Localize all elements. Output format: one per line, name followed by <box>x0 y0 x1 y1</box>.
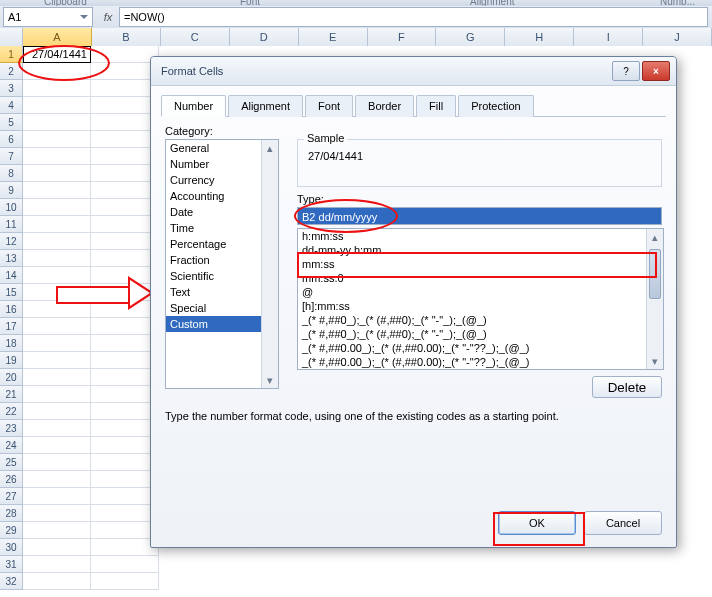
scrollbar[interactable]: ▴ ▾ <box>646 229 663 369</box>
tab-font[interactable]: Font <box>305 95 353 117</box>
chevron-down-icon[interactable] <box>80 15 88 19</box>
column-header-j[interactable]: J <box>643 28 712 46</box>
row-header[interactable]: 30 <box>0 539 23 556</box>
type-item[interactable]: @ <box>298 285 663 299</box>
close-button[interactable]: × <box>642 61 670 81</box>
row-header[interactable]: 23 <box>0 420 23 437</box>
row-header[interactable]: 5 <box>0 114 23 131</box>
select-all-corner[interactable] <box>0 28 23 46</box>
type-item[interactable]: _(* #,##0.00_);_(* (#,##0.00);_(* "-"??_… <box>298 355 663 369</box>
delete-button[interactable]: Delete <box>592 376 662 398</box>
scrollbar[interactable]: ▴ ▾ <box>261 140 278 388</box>
category-label: Category: <box>165 125 662 137</box>
tab-number[interactable]: Number <box>161 95 226 117</box>
scrollbar-thumb[interactable] <box>649 249 661 299</box>
row-header[interactable]: 16 <box>0 301 23 318</box>
row-header[interactable]: 3 <box>0 80 23 97</box>
cancel-button[interactable]: Cancel <box>584 511 662 535</box>
row-header[interactable]: 10 <box>0 199 23 216</box>
chevron-up-icon[interactable]: ▴ <box>647 229 663 245</box>
row-header[interactable]: 32 <box>0 573 23 590</box>
row-header[interactable]: 26 <box>0 471 23 488</box>
row-header[interactable]: 9 <box>0 182 23 199</box>
row-header[interactable]: 31 <box>0 556 23 573</box>
chevron-up-icon[interactable]: ▴ <box>262 140 278 156</box>
type-item[interactable]: dd-mm-yy h:mm <box>298 243 663 257</box>
type-item-selected[interactable]: B2 dd/mm/yyyy <box>298 369 663 370</box>
dialog-tabs: Number Alignment Font Border Fill Protec… <box>161 94 666 117</box>
row-header[interactable]: 15 <box>0 284 23 301</box>
tab-protection[interactable]: Protection <box>458 95 534 117</box>
row-header[interactable]: 6 <box>0 131 23 148</box>
tab-alignment[interactable]: Alignment <box>228 95 303 117</box>
row-header[interactable]: 7 <box>0 148 23 165</box>
row-header[interactable]: 13 <box>0 250 23 267</box>
formula-bar-row: A1 fx =NOW() <box>0 6 712 29</box>
help-button[interactable]: ? <box>612 61 640 81</box>
row-header[interactable]: 1 <box>0 46 23 63</box>
type-input[interactable]: B2 dd/mm/yyyy <box>297 207 662 225</box>
type-item[interactable]: mm:ss <box>298 257 663 271</box>
row-header[interactable]: 11 <box>0 216 23 233</box>
tab-fill[interactable]: Fill <box>416 95 456 117</box>
type-item[interactable]: _(* #,##0_);_(* (#,##0);_(* "-"_);_(@_) <box>298 313 663 327</box>
name-box-value: A1 <box>8 11 21 23</box>
column-header-c[interactable]: C <box>161 28 230 46</box>
row-header[interactable]: 21 <box>0 386 23 403</box>
row-header[interactable]: 28 <box>0 505 23 522</box>
type-item[interactable]: [h]:mm:ss <box>298 299 663 313</box>
type-label: Type: <box>297 193 662 205</box>
formula-input[interactable]: =NOW() <box>119 7 708 27</box>
column-header-e[interactable]: E <box>299 28 368 46</box>
dialog-title: Format Cells <box>161 65 610 77</box>
type-item[interactable]: h:mm:ss <box>298 229 663 243</box>
column-header-b[interactable]: B <box>92 28 161 46</box>
fx-icon[interactable]: fx <box>99 8 117 26</box>
dialog-titlebar[interactable]: Format Cells ? × <box>151 57 676 86</box>
hint-text: Type the number format code, using one o… <box>165 398 662 422</box>
type-item[interactable]: mm:ss.0 <box>298 271 663 285</box>
row-header[interactable]: 12 <box>0 233 23 250</box>
row-header[interactable]: 2 <box>0 63 23 80</box>
row-header[interactable]: 20 <box>0 369 23 386</box>
column-header-h[interactable]: H <box>505 28 574 46</box>
chevron-down-icon[interactable]: ▾ <box>262 372 278 388</box>
column-header-a[interactable]: A <box>23 28 92 46</box>
tab-border[interactable]: Border <box>355 95 414 117</box>
column-header-i[interactable]: I <box>574 28 643 46</box>
row-header[interactable]: 18 <box>0 335 23 352</box>
column-headers: A B C D E F G H I J <box>0 28 712 47</box>
sample-label: Sample <box>304 132 347 144</box>
row-header[interactable]: 24 <box>0 437 23 454</box>
row-header[interactable]: 27 <box>0 488 23 505</box>
column-header-f[interactable]: F <box>368 28 437 46</box>
ok-button[interactable]: OK <box>498 511 576 535</box>
category-list[interactable]: General Number Currency Accounting Date … <box>165 139 279 389</box>
format-cells-dialog: Format Cells ? × Number Alignment Font B… <box>150 56 677 548</box>
column-header-g[interactable]: G <box>436 28 505 46</box>
chevron-down-icon[interactable]: ▾ <box>647 353 663 369</box>
column-header-d[interactable]: D <box>230 28 299 46</box>
row-header[interactable]: 25 <box>0 454 23 471</box>
sample-box: Sample 27/04/1441 <box>297 139 662 187</box>
type-list[interactable]: h:mm:ss dd-mm-yy h:mm mm:ss mm:ss.0 @ [h… <box>297 228 664 370</box>
name-box[interactable]: A1 <box>3 7 93 27</box>
row-header[interactable]: 22 <box>0 403 23 420</box>
row-header[interactable]: 19 <box>0 352 23 369</box>
type-item[interactable]: _(* #,##0_);_(* (#,##0);_(* "-"_);_(@_) <box>298 327 663 341</box>
cell-a1[interactable]: 27/04/1441 <box>23 46 91 63</box>
row-header[interactable]: 4 <box>0 97 23 114</box>
row-header[interactable]: 8 <box>0 165 23 182</box>
row-header[interactable]: 14 <box>0 267 23 284</box>
type-item[interactable]: _(* #,##0.00_);_(* (#,##0.00);_(* "-"??_… <box>298 341 663 355</box>
row-header[interactable]: 17 <box>0 318 23 335</box>
sample-value: 27/04/1441 <box>308 150 655 162</box>
row-header[interactable]: 29 <box>0 522 23 539</box>
